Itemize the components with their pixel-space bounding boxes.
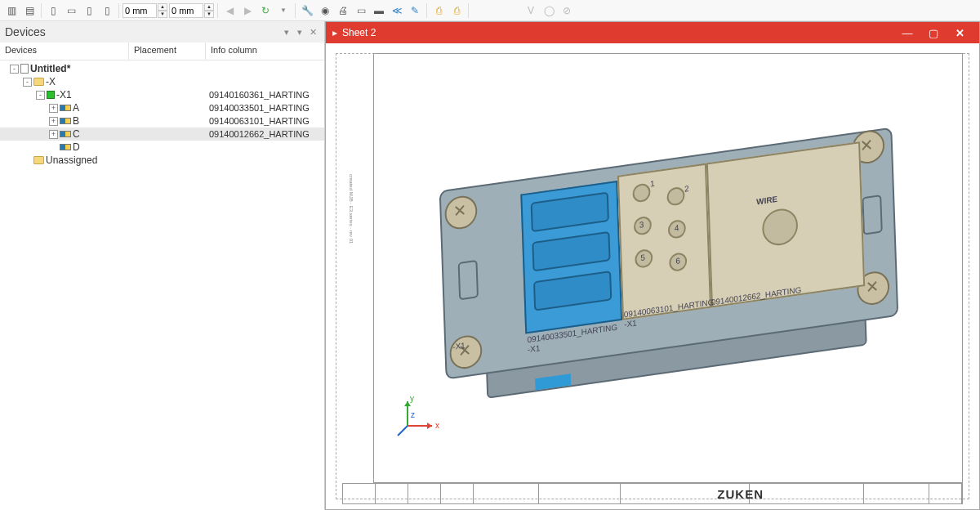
- window-minimize-icon[interactable]: ―: [894, 27, 920, 39]
- top-toolbar: ▥ ▤ ▯ ▭ ▯ ▯ ▲▼ ▲▼ ◀ ▶ ↻ ▼ 🔧 ◉ 🖨 ▭ ▬ ≪ ✎ …: [0, 0, 980, 21]
- tree-info: 09140033501_HARTING: [206, 103, 324, 113]
- tool-print-icon[interactable]: 🖨: [335, 2, 351, 19]
- tree-label: Untitled*: [30, 63, 70, 74]
- window-maximize-icon[interactable]: ▢: [920, 27, 947, 39]
- export2-icon[interactable]: ⎙: [448, 2, 465, 19]
- spin-up-icon[interactable]: ▲: [158, 3, 167, 11]
- tool-globe-icon[interactable]: ◉: [317, 2, 333, 19]
- expand-icon[interactable]: +: [49, 117, 58, 126]
- svg-text:y: y: [410, 394, 414, 403]
- label-x1-b: -X1: [528, 343, 541, 354]
- mod-icon: [60, 105, 71, 111]
- refresh-icon[interactable]: ↻: [257, 2, 274, 19]
- mod-icon: [60, 144, 71, 150]
- spin-up-icon[interactable]: ▲: [204, 3, 214, 11]
- tree-label: Unassigned: [46, 154, 97, 166]
- drawing-canvas[interactable]: created MJB · E3.series · rev 01: [326, 43, 979, 509]
- pin-5: 5: [640, 253, 645, 262]
- nav-prev-icon[interactable]: ◀: [221, 2, 238, 19]
- tree-row[interactable]: --X109140160361_HARTING: [0, 88, 324, 101]
- expand-icon[interactable]: -: [23, 78, 32, 87]
- svg-text:z: z: [411, 410, 415, 419]
- sheet-titlebar[interactable]: ▸ Sheet 2 ― ▢ ✕: [326, 22, 979, 43]
- col-placement[interactable]: Placement: [129, 42, 206, 60]
- tree-row[interactable]: --X: [0, 75, 324, 88]
- folder-icon: [33, 78, 44, 86]
- expand-icon[interactable]: [23, 156, 32, 165]
- align-icon-5[interactable]: ▯: [81, 2, 97, 19]
- green-icon: [47, 91, 55, 99]
- tree-label: C: [73, 128, 80, 140]
- tool-page-icon[interactable]: ▬: [371, 2, 387, 19]
- expand-icon[interactable]: -: [36, 91, 45, 100]
- label-x1-c: -X1: [624, 318, 637, 329]
- tree-row[interactable]: Unassigned: [0, 154, 324, 167]
- expand-icon[interactable]: +: [49, 104, 58, 113]
- panel-pin-icon[interactable]: ▾: [293, 27, 306, 38]
- tool-share-icon[interactable]: ≪: [389, 2, 405, 19]
- side-annotation: created MJB · E3.series · rev 01: [349, 174, 354, 354]
- pin-6: 6: [675, 256, 680, 266]
- panel-menu-icon[interactable]: ▾: [280, 27, 293, 38]
- spin-down-icon[interactable]: ▼: [204, 11, 214, 18]
- window-close-icon[interactable]: ✕: [947, 27, 973, 39]
- expand-icon[interactable]: +: [49, 130, 58, 139]
- align-icon-4[interactable]: ▭: [63, 2, 79, 19]
- tool-wrench-icon[interactable]: 🔧: [299, 2, 315, 19]
- tree-label: -X: [46, 76, 56, 87]
- panel-title: Devices: [5, 25, 280, 38]
- col-devices[interactable]: Devices: [0, 42, 129, 60]
- shape-v-icon[interactable]: V: [523, 2, 539, 19]
- mod-icon: [60, 118, 71, 124]
- tool-highlight-icon[interactable]: ✎: [407, 2, 423, 19]
- column-headers: Devices Placement Info column: [0, 42, 324, 60]
- pin-1: 1: [650, 179, 655, 189]
- tree-info: 09140160361_HARTING: [206, 90, 324, 100]
- nav-next-icon[interactable]: ▶: [239, 2, 256, 19]
- tree-label: B: [73, 115, 79, 127]
- devices-panel: Devices ▾ ▾ ✕ Devices Placement Info col…: [0, 21, 325, 510]
- tree-row[interactable]: +B09140063101_HARTING: [0, 114, 324, 128]
- offset-x-input[interactable]: [122, 3, 157, 18]
- doc-icon: [20, 64, 29, 74]
- tree-label: A: [73, 102, 79, 114]
- offset-y-input[interactable]: [169, 3, 203, 18]
- spin-down-icon[interactable]: ▼: [158, 11, 167, 18]
- pin-4: 4: [675, 223, 679, 233]
- mod-icon: [60, 131, 71, 137]
- brand-label: ZUKEN: [717, 487, 764, 501]
- title-block: [342, 483, 963, 504]
- align-icon-6[interactable]: ▯: [99, 2, 115, 19]
- tree-info: 09140063101_HARTING: [206, 116, 324, 126]
- device-tree: -Untitled*--X--X109140160361_HARTING+A09…: [0, 60, 324, 168]
- tree-row[interactable]: +A09140033501_HARTING: [0, 101, 324, 114]
- pin-3: 3: [639, 220, 644, 230]
- export-icon[interactable]: ⎙: [430, 2, 447, 19]
- shape-q-icon[interactable]: ◯: [541, 2, 557, 19]
- sheet-window: ▸ Sheet 2 ― ▢ ✕ created MJB · E3.series …: [325, 21, 980, 510]
- col-info[interactable]: Info column: [206, 42, 324, 60]
- offset-y-spinner[interactable]: ▲▼: [169, 3, 214, 18]
- sheet-tab-title: Sheet 2: [342, 27, 376, 38]
- expand-icon[interactable]: -: [10, 65, 19, 74]
- tree-row[interactable]: +C09140012662_HARTING: [0, 128, 324, 141]
- tree-row[interactable]: D: [0, 141, 324, 154]
- svg-marker-1: [427, 423, 432, 429]
- offset-x-spinner[interactable]: ▲▼: [122, 3, 167, 18]
- tree-label: -X1: [56, 89, 72, 101]
- tree-row[interactable]: -Untitled*: [0, 62, 324, 75]
- axis-gizmo: x y z: [391, 393, 440, 444]
- dropdown-icon[interactable]: ▼: [275, 2, 292, 19]
- panel-close-icon[interactable]: ✕: [306, 27, 319, 38]
- svg-text:x: x: [435, 421, 439, 430]
- pin-2: 2: [684, 184, 689, 194]
- tree-label: D: [73, 141, 80, 153]
- align-icon-2[interactable]: ▤: [21, 2, 38, 19]
- expand-icon[interactable]: [49, 143, 58, 152]
- tool-doc-icon[interactable]: ▭: [353, 2, 369, 19]
- shape-slash-icon[interactable]: ⊘: [559, 2, 575, 19]
- align-icon-1[interactable]: ▥: [3, 2, 20, 19]
- panel-header: Devices ▾ ▾ ✕: [0, 21, 324, 42]
- sheet-tab-icon: ▸: [332, 27, 337, 38]
- align-icon-3[interactable]: ▯: [45, 2, 61, 19]
